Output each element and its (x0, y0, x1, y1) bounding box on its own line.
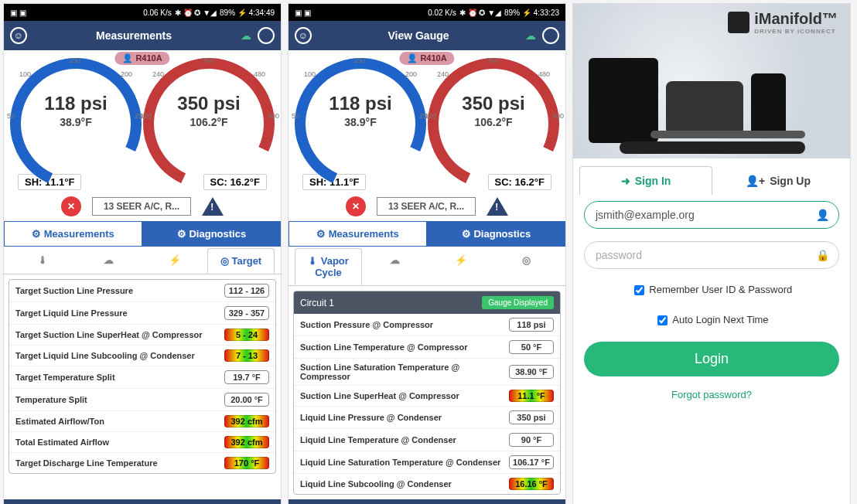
row-label: Suction Pressure @ Compressor (300, 320, 509, 329)
warning-icon[interactable] (202, 197, 224, 216)
subtab-thermo-icon[interactable]: 🌡 (10, 248, 76, 274)
error-icon[interactable]: ✕ (61, 196, 81, 216)
subtab-vapor-cycle[interactable]: 🌡 Vapor Cycle (295, 248, 362, 285)
tab-sign-up[interactable]: 👤+ Sign Up (712, 166, 844, 195)
user-icon: 👤 (816, 209, 829, 221)
refresh-icon[interactable] (258, 27, 275, 44)
table-row: Target Discharge Line Temperature170 °F (9, 452, 275, 473)
row-value[interactable]: 7 - 13 (224, 349, 269, 362)
row-value[interactable]: 90 °F (509, 433, 554, 447)
forgot-password-link[interactable]: Forgot password? (573, 389, 850, 400)
circuit-header[interactable]: Circuit 1 Gauge Displayed (294, 291, 560, 314)
password-field[interactable]: password 🔒 (584, 241, 839, 269)
sub-tabs: 🌡 ☁ ⚡ ◎ Target (4, 247, 281, 274)
status-bar: ▣ ▣ 0.06 K/s ✱ ⏰ ✪ ▼◢ 89% ⚡ 4:34:49 (4, 4, 281, 21)
row-label: Target Temperature Split (15, 373, 224, 382)
row-label: Target Liquid Line Subcooling @ Condense… (15, 351, 224, 360)
row-value[interactable]: 11.1 °F (509, 390, 554, 402)
tab-diagnostics[interactable]: ⚙ Diagnostics (427, 221, 565, 247)
tab-measurements[interactable]: ⚙ Measurements (4, 221, 142, 247)
gauge-panel: 👤 R410A 50 100 150 200 250 118 psi 38.9°… (289, 50, 565, 174)
table-row: Target Liquid Line Pressure329 - 357 (9, 301, 275, 324)
equipment-selector[interactable]: 13 SEER A/C, R... (92, 197, 191, 216)
screen-measurements-target: ▣ ▣ 0.06 K/s ✱ ⏰ ✪ ▼◢ 89% ⚡ 4:34:49 ☺ Me… (3, 3, 282, 504)
row-label: Suction Line SuperHeat @ Compressor (300, 391, 509, 400)
autologin-checkbox[interactable]: Auto Login Next Time (573, 313, 850, 328)
row-value[interactable]: 38.90 °F (509, 365, 554, 379)
subtab-bolt-icon[interactable]: ⚡ (428, 248, 493, 285)
row-value[interactable]: 112 - 126 (224, 284, 269, 298)
table-row: Suction Pressure @ Compressor118 psi (294, 314, 560, 335)
row-label: Target Liquid Line Pressure (15, 308, 224, 318)
table-row: Liquid Line Subcooling @ Condenser16.16 … (294, 473, 560, 494)
suction-gauge[interactable]: 50 100 150 200 250 118 psi 38.9°F (10, 58, 142, 166)
tab-diagnostics[interactable]: ⚙ Diagnostics (142, 221, 281, 247)
liquid-gauge[interactable]: 120 240 360 480 600 350 psi 106.2°F (143, 58, 275, 166)
subtab-target-icon[interactable]: ◎ (493, 248, 559, 285)
table-row: Target Liquid Line Subcooling @ Condense… (9, 345, 275, 366)
row-label: Liquid Line Pressure @ Condenser (300, 413, 509, 422)
table-row: Estimated Airflow/Ton392 cfm (9, 410, 275, 431)
row-value[interactable]: 50 °F (509, 340, 554, 354)
table-row: Temperature Split20.00 °F (9, 388, 275, 410)
screen-login: iManifold™ DRIVEN BY iCONNECT ➜ Sign In … (572, 3, 851, 504)
tab-sign-in[interactable]: ➜ Sign In (579, 166, 712, 195)
row-value[interactable]: 392 cfm (224, 415, 269, 427)
liquid-temp: 106.2°F (143, 116, 275, 128)
profile-icon[interactable]: ☺ (295, 27, 312, 44)
footer-bar: ⬅ Back ✨ Continue ▶ (4, 499, 281, 504)
tab-measurements[interactable]: ⚙ Measurements (289, 221, 427, 247)
subtab-target[interactable]: ◎ Target (207, 248, 275, 274)
gauge-displayed-badge[interactable]: Gauge Displayed (482, 296, 554, 309)
row-label: Estimated Airflow/Ton (15, 417, 224, 426)
main-tabs: ⚙ Measurements ⚙ Diagnostics (4, 221, 281, 247)
row-label: Target Suction Line Pressure (15, 286, 224, 295)
row-value[interactable]: 5 - 24 (224, 329, 269, 341)
row-label: Target Suction Line SuperHeat @ Compress… (15, 330, 224, 339)
row-value[interactable]: 19.7 °F (224, 370, 269, 384)
page-title: View Gauge (312, 29, 525, 42)
warning-icon[interactable] (487, 197, 508, 216)
table-row: Total Estimated Airflow392 cfm (9, 431, 275, 452)
liquid-gauge[interactable]: 120 240 360 480 600 350 psi 106.2°F (428, 58, 559, 166)
remember-checkbox[interactable]: Remember User ID & Password (573, 283, 850, 298)
table-row: Liquid Line Saturation Temperature @ Con… (294, 451, 560, 473)
row-value[interactable]: 20.00 °F (224, 393, 269, 407)
cloud-icon[interactable]: ☁ (241, 29, 251, 42)
app-header: ☺ View Gauge ☁ (289, 21, 565, 50)
table-row: Suction Line Temperature @ Compressor50 … (294, 335, 560, 358)
table-row: Target Suction Line Pressure112 - 126 (9, 280, 275, 301)
vapor-list: Circuit 1 Gauge Displayed Suction Pressu… (293, 291, 561, 495)
cloud-icon[interactable]: ☁ (525, 29, 536, 42)
row-value[interactable]: 16.16 °F (509, 478, 554, 490)
login-button[interactable]: Login (584, 342, 839, 376)
table-row: Liquid Line Temperature @ Condenser90 °F (294, 428, 560, 451)
liquid-pressure: 350 psi (143, 93, 275, 114)
target-list: Target Suction Line Pressure112 - 126Tar… (9, 279, 276, 474)
refrigerant-badge[interactable]: 👤 R410A (114, 52, 169, 65)
row-label: Suction Line Temperature @ Compressor (300, 342, 509, 352)
screen-view-gauge: ▣ ▣ 0.02 K/s ✱ ⏰ ✪ ▼◢ 89% ⚡ 4:33:23 ☺ Vi… (288, 3, 566, 504)
equipment-selector[interactable]: 13 SEER A/C, R... (377, 197, 476, 216)
row-value[interactable]: 170 °F (224, 457, 269, 469)
row-label: Target Discharge Line Temperature (15, 458, 224, 468)
row-value[interactable]: 350 psi (509, 410, 554, 424)
refresh-icon[interactable] (542, 27, 559, 44)
subtab-bolt-icon[interactable]: ⚡ (142, 248, 207, 274)
footer-bar: ⬅ Back ✨ Continue ▶ (289, 499, 565, 504)
subtab-cloud-icon[interactable]: ☁ (362, 248, 428, 285)
row-label: Temperature Split (15, 395, 224, 404)
refrigerant-badge[interactable]: 👤 R410A (399, 52, 454, 65)
row-value[interactable]: 392 cfm (224, 436, 269, 448)
row-value[interactable]: 118 psi (509, 318, 554, 332)
subtab-cloud-icon[interactable]: ☁ (76, 248, 142, 274)
suction-gauge[interactable]: 50 100 150 200 250 118 psi 38.9°F (295, 58, 426, 166)
email-field[interactable]: jsmith@example.org 👤 (584, 201, 839, 229)
profile-icon[interactable]: ☺ (10, 27, 27, 44)
error-icon[interactable]: ✕ (346, 196, 366, 216)
row-value[interactable]: 106.17 °F (509, 455, 554, 469)
row-label: Liquid Line Temperature @ Condenser (300, 435, 509, 444)
row-label: Total Estimated Airflow (15, 438, 224, 447)
table-row: Target Suction Line SuperHeat @ Compress… (9, 324, 275, 345)
row-value[interactable]: 329 - 357 (224, 306, 269, 320)
